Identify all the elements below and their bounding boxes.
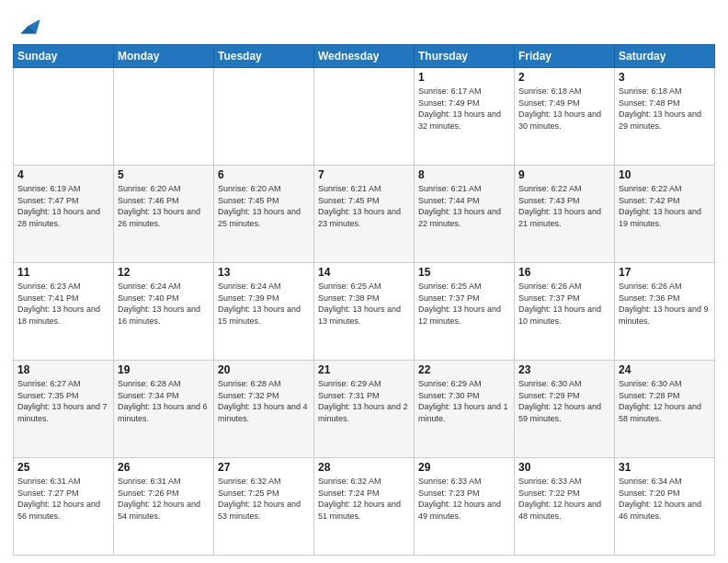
calendar-cell xyxy=(14,68,114,166)
day-info: Sunrise: 6:23 AMSunset: 7:41 PMDaylight:… xyxy=(17,281,109,327)
weekday-header-friday: Friday xyxy=(515,45,615,68)
day-info: Sunrise: 6:25 AMSunset: 7:38 PMDaylight:… xyxy=(318,281,410,327)
day-info: Sunrise: 6:29 AMSunset: 7:30 PMDaylight:… xyxy=(418,378,510,424)
calendar-cell: 27Sunrise: 6:32 AMSunset: 7:25 PMDayligh… xyxy=(214,458,314,556)
day-info: Sunrise: 6:18 AMSunset: 7:48 PMDaylight:… xyxy=(619,86,711,132)
day-number: 7 xyxy=(318,168,410,181)
day-number: 8 xyxy=(418,168,510,181)
day-number: 31 xyxy=(619,461,711,474)
day-number: 3 xyxy=(619,71,711,84)
day-number: 5 xyxy=(118,168,210,181)
day-number: 12 xyxy=(118,266,210,279)
day-info: Sunrise: 6:29 AMSunset: 7:31 PMDaylight:… xyxy=(318,378,410,424)
day-info: Sunrise: 6:20 AMSunset: 7:45 PMDaylight:… xyxy=(218,183,310,229)
calendar-cell xyxy=(114,68,214,166)
header xyxy=(13,9,715,39)
weekday-header-wednesday: Wednesday xyxy=(314,45,415,68)
day-number: 18 xyxy=(17,363,109,376)
day-number: 17 xyxy=(619,266,711,279)
calendar-cell: 31Sunrise: 6:34 AMSunset: 7:20 PMDayligh… xyxy=(615,458,715,556)
day-number: 22 xyxy=(418,363,510,376)
day-number: 24 xyxy=(619,363,711,376)
day-number: 30 xyxy=(518,461,610,474)
calendar-table: SundayMondayTuesdayWednesdayThursdayFrid… xyxy=(13,44,715,556)
day-info: Sunrise: 6:31 AMSunset: 7:26 PMDaylight:… xyxy=(118,476,210,522)
day-info: Sunrise: 6:21 AMSunset: 7:44 PMDaylight:… xyxy=(418,183,510,229)
calendar-cell: 20Sunrise: 6:28 AMSunset: 7:32 PMDayligh… xyxy=(214,361,314,458)
day-info: Sunrise: 6:21 AMSunset: 7:45 PMDaylight:… xyxy=(318,183,410,229)
calendar-cell: 8Sunrise: 6:21 AMSunset: 7:44 PMDaylight… xyxy=(415,166,515,263)
day-number: 10 xyxy=(619,168,711,181)
calendar-cell: 19Sunrise: 6:28 AMSunset: 7:34 PMDayligh… xyxy=(114,361,214,458)
calendar-cell: 28Sunrise: 6:32 AMSunset: 7:24 PMDayligh… xyxy=(314,458,415,556)
day-info: Sunrise: 6:32 AMSunset: 7:24 PMDaylight:… xyxy=(318,476,410,522)
day-number: 1 xyxy=(418,71,510,84)
day-number: 14 xyxy=(318,266,410,279)
calendar-cell: 1Sunrise: 6:17 AMSunset: 7:49 PMDaylight… xyxy=(415,68,515,166)
day-number: 29 xyxy=(418,461,510,474)
calendar-cell: 5Sunrise: 6:20 AMSunset: 7:46 PMDaylight… xyxy=(114,166,214,263)
calendar-cell: 29Sunrise: 6:33 AMSunset: 7:23 PMDayligh… xyxy=(415,458,515,556)
day-info: Sunrise: 6:20 AMSunset: 7:46 PMDaylight:… xyxy=(118,183,210,229)
calendar-cell: 18Sunrise: 6:27 AMSunset: 7:35 PMDayligh… xyxy=(14,361,114,458)
calendar-cell: 25Sunrise: 6:31 AMSunset: 7:27 PMDayligh… xyxy=(14,458,114,556)
day-info: Sunrise: 6:22 AMSunset: 7:43 PMDaylight:… xyxy=(518,183,610,229)
day-info: Sunrise: 6:25 AMSunset: 7:37 PMDaylight:… xyxy=(418,281,510,327)
calendar-cell: 4Sunrise: 6:19 AMSunset: 7:47 PMDaylight… xyxy=(14,166,114,263)
calendar-cell: 9Sunrise: 6:22 AMSunset: 7:43 PMDaylight… xyxy=(515,166,615,263)
day-info: Sunrise: 6:32 AMSunset: 7:25 PMDaylight:… xyxy=(218,476,310,522)
day-info: Sunrise: 6:28 AMSunset: 7:32 PMDaylight:… xyxy=(218,378,310,424)
day-number: 21 xyxy=(318,363,410,376)
day-number: 20 xyxy=(218,363,310,376)
weekday-header-monday: Monday xyxy=(114,45,214,68)
day-info: Sunrise: 6:27 AMSunset: 7:35 PMDaylight:… xyxy=(17,378,109,424)
calendar-cell: 11Sunrise: 6:23 AMSunset: 7:41 PMDayligh… xyxy=(14,263,114,361)
week-row-4: 18Sunrise: 6:27 AMSunset: 7:35 PMDayligh… xyxy=(14,361,715,458)
calendar-cell: 14Sunrise: 6:25 AMSunset: 7:38 PMDayligh… xyxy=(314,263,415,361)
calendar-cell: 21Sunrise: 6:29 AMSunset: 7:31 PMDayligh… xyxy=(314,361,415,458)
day-number: 2 xyxy=(518,71,610,84)
day-info: Sunrise: 6:24 AMSunset: 7:40 PMDaylight:… xyxy=(118,281,210,327)
day-info: Sunrise: 6:34 AMSunset: 7:20 PMDaylight:… xyxy=(619,476,711,522)
week-row-3: 11Sunrise: 6:23 AMSunset: 7:41 PMDayligh… xyxy=(14,263,715,361)
day-info: Sunrise: 6:31 AMSunset: 7:27 PMDaylight:… xyxy=(17,476,109,522)
calendar-cell: 3Sunrise: 6:18 AMSunset: 7:48 PMDaylight… xyxy=(615,68,715,166)
calendar-cell: 22Sunrise: 6:29 AMSunset: 7:30 PMDayligh… xyxy=(415,361,515,458)
calendar-cell: 17Sunrise: 6:26 AMSunset: 7:36 PMDayligh… xyxy=(615,263,715,361)
day-number: 25 xyxy=(17,461,109,474)
weekday-header-thursday: Thursday xyxy=(415,45,515,68)
day-info: Sunrise: 6:26 AMSunset: 7:37 PMDaylight:… xyxy=(518,281,610,327)
calendar-cell: 13Sunrise: 6:24 AMSunset: 7:39 PMDayligh… xyxy=(214,263,314,361)
day-info: Sunrise: 6:17 AMSunset: 7:49 PMDaylight:… xyxy=(418,86,510,132)
day-info: Sunrise: 6:24 AMSunset: 7:39 PMDaylight:… xyxy=(218,281,310,327)
day-number: 9 xyxy=(518,168,610,181)
day-number: 15 xyxy=(418,266,510,279)
calendar-cell: 24Sunrise: 6:30 AMSunset: 7:28 PMDayligh… xyxy=(615,361,715,458)
day-number: 28 xyxy=(318,461,410,474)
day-number: 23 xyxy=(518,363,610,376)
week-row-5: 25Sunrise: 6:31 AMSunset: 7:27 PMDayligh… xyxy=(14,458,715,556)
week-row-1: 1Sunrise: 6:17 AMSunset: 7:49 PMDaylight… xyxy=(14,68,715,166)
day-info: Sunrise: 6:28 AMSunset: 7:34 PMDaylight:… xyxy=(118,378,210,424)
day-number: 19 xyxy=(118,363,210,376)
calendar-cell: 15Sunrise: 6:25 AMSunset: 7:37 PMDayligh… xyxy=(415,263,515,361)
weekday-header-sunday: Sunday xyxy=(14,45,114,68)
weekday-header-saturday: Saturday xyxy=(615,45,715,68)
calendar-cell xyxy=(314,68,415,166)
day-info: Sunrise: 6:18 AMSunset: 7:49 PMDaylight:… xyxy=(518,86,610,132)
logo xyxy=(13,13,41,39)
page: SundayMondayTuesdayWednesdayThursdayFrid… xyxy=(0,0,728,563)
day-number: 6 xyxy=(218,168,310,181)
calendar-cell: 30Sunrise: 6:33 AMSunset: 7:22 PMDayligh… xyxy=(515,458,615,556)
day-info: Sunrise: 6:30 AMSunset: 7:28 PMDaylight:… xyxy=(619,378,711,424)
day-info: Sunrise: 6:30 AMSunset: 7:29 PMDaylight:… xyxy=(518,378,610,424)
day-number: 26 xyxy=(118,461,210,474)
day-info: Sunrise: 6:33 AMSunset: 7:22 PMDaylight:… xyxy=(518,476,610,522)
day-info: Sunrise: 6:33 AMSunset: 7:23 PMDaylight:… xyxy=(418,476,510,522)
calendar-cell: 2Sunrise: 6:18 AMSunset: 7:49 PMDaylight… xyxy=(515,68,615,166)
weekday-header-tuesday: Tuesday xyxy=(214,45,314,68)
calendar-cell: 23Sunrise: 6:30 AMSunset: 7:29 PMDayligh… xyxy=(515,361,615,458)
logo-icon xyxy=(16,13,41,39)
week-row-2: 4Sunrise: 6:19 AMSunset: 7:47 PMDaylight… xyxy=(14,166,715,263)
day-number: 16 xyxy=(518,266,610,279)
